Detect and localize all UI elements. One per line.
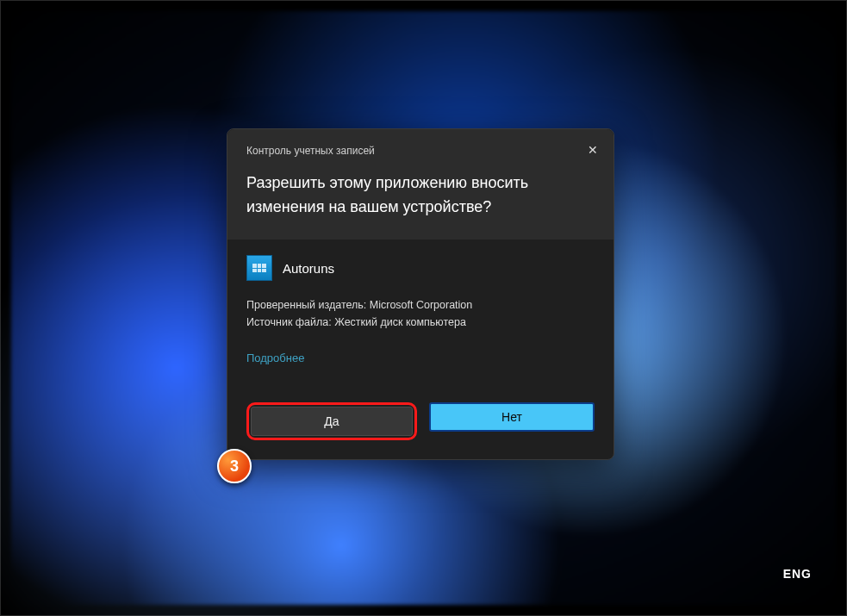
source-line: Источник файла: Жесткий диск компьютера bbox=[246, 314, 595, 331]
uac-footer: Да Нет bbox=[227, 387, 613, 459]
language-indicator[interactable]: ENG bbox=[783, 567, 812, 581]
close-icon: ✕ bbox=[588, 143, 598, 157]
uac-header: Контроль учетных записей ✕ Разрешить это… bbox=[227, 129, 613, 240]
annotation-step-badge: 3 bbox=[217, 449, 252, 483]
no-button[interactable]: Нет bbox=[429, 402, 595, 432]
app-name: Autoruns bbox=[283, 261, 334, 276]
annotation-highlight: Да bbox=[246, 402, 417, 440]
yes-button[interactable]: Да bbox=[251, 407, 413, 436]
desktop-screenshot: Контроль учетных записей ✕ Разрешить это… bbox=[0, 0, 847, 616]
uac-title: Контроль учетных записей bbox=[246, 145, 595, 157]
uac-body: Autoruns Проверенный издатель: Microsoft… bbox=[227, 240, 613, 387]
app-row: Autoruns bbox=[246, 255, 595, 281]
close-button[interactable]: ✕ bbox=[581, 138, 605, 162]
show-details-link[interactable]: Подробнее bbox=[246, 352, 304, 364]
uac-question: Разрешить этому приложению вносить измен… bbox=[246, 171, 595, 233]
publisher-line: Проверенный издатель: Microsoft Corporat… bbox=[246, 296, 595, 314]
uac-dialog: Контроль учетных записей ✕ Разрешить это… bbox=[227, 128, 614, 460]
app-icon bbox=[246, 255, 272, 281]
